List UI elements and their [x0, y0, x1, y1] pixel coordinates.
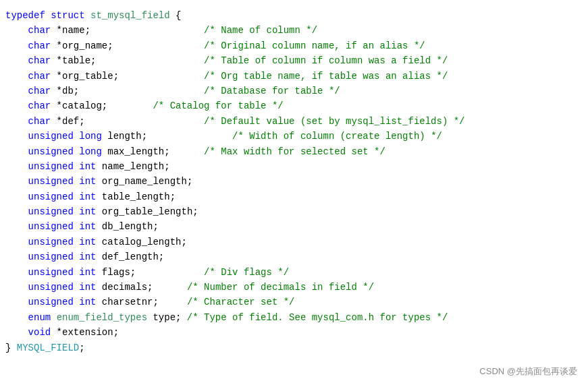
- code-line: unsigned int name_length;: [5, 159, 577, 174]
- code-line: char *org_name; /* Original column name,…: [5, 38, 577, 53]
- code-line: char *def; /* Default value (set by mysq…: [5, 114, 577, 129]
- code-line: typedef struct st_mysql_field {: [5, 8, 577, 23]
- code-block: typedef struct st_mysql_field { char *na…: [0, 0, 588, 387]
- code-line: void *extension;: [5, 325, 577, 340]
- code-line: char *name; /* Name of column */: [5, 23, 577, 38]
- code-line: unsigned long max_length; /* Max width f…: [5, 144, 577, 159]
- code-line: enum enum_field_types type; /* Type of f…: [5, 310, 577, 325]
- code-line: unsigned int decimals; /* Number of deci…: [5, 280, 577, 295]
- code-line: unsigned int db_length;: [5, 219, 577, 234]
- csdn-watermark: CSDN @先搞面包再谈爱: [479, 365, 577, 379]
- code-line: unsigned int def_length;: [5, 249, 577, 264]
- code-line: unsigned int charsetnr; /* Character set…: [5, 295, 577, 309]
- code-line: unsigned int flags; /* Div flags */: [5, 265, 577, 280]
- code-line: char *catalog; /* Catalog for table */: [5, 98, 577, 113]
- code-line: } MYSQL_FIELD;: [5, 340, 577, 355]
- code-line: unsigned int org_table_length;: [5, 204, 577, 219]
- code-line: char *db; /* Database for table */: [5, 84, 577, 98]
- code-line: unsigned long length; /* Width of column…: [5, 129, 577, 144]
- code-line: char *org_table; /* Org table name, if t…: [5, 69, 577, 84]
- code-line: unsigned int catalog_length;: [5, 235, 577, 249]
- code-line: unsigned int org_name_length;: [5, 174, 577, 189]
- code-line: unsigned int table_length;: [5, 189, 577, 204]
- code-line: char *table; /* Table of column if colum…: [5, 53, 577, 68]
